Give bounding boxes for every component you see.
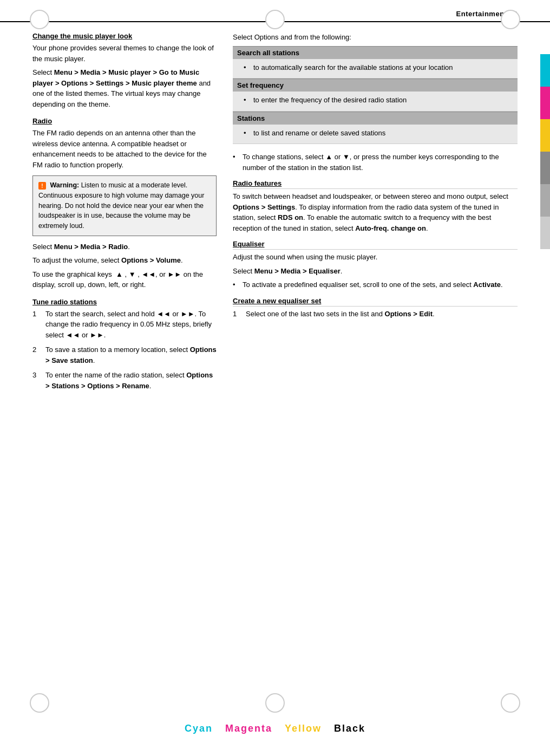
volume-bold: Options > Volume [121,256,181,264]
set-freq-body: • to enter the frequency of the desired … [233,92,518,112]
corner-circle-bc [265,693,285,713]
corner-circle-br [501,693,520,713]
warning-icon [38,182,46,190]
tune-heading: Tune radio stations [32,298,217,306]
equaliser-select: Select Menu > Media > Equaliser. [233,266,518,277]
set-freq-bullet: • to enter the frequency of the desired … [244,95,513,106]
select-menu-radio-bold: Menu > Media > Radio [54,243,128,251]
select-menu-radio: Select Menu > Media > Radio. [32,242,217,252]
change-music-bold: Menu > Media > Music player > Go to Musi… [32,68,199,87]
stations-body: • to list and rename or delete saved sta… [233,125,518,145]
tab-gray2 [540,184,550,217]
create-list: 1 Select one of the last two sets in the… [233,309,518,320]
equaliser-bullet: • To activate a predefined equaliser set… [233,279,518,290]
bottom-color-bar: Cyan Magenta Yellow Black [0,718,550,740]
set-freq-header: Set frequency [233,79,518,92]
tab-cyan [540,54,550,87]
tune-item-2: 2 To save a station to a memory location… [32,344,217,366]
radio-heading: Radio [32,117,217,125]
tab-yellow [540,119,550,152]
left-column: Change the music player look Your phone … [32,32,217,395]
equaliser-p1: Adjust the sound when using the music pl… [233,252,518,263]
main-content: Change the music player look Your phone … [0,22,550,395]
right-column: Select Options and from the following: S… [233,32,518,395]
warning-box: Warning: Listen to music at a moderate l… [32,175,217,236]
tab-gray1 [540,152,550,184]
corner-circle-bl [30,693,49,713]
change-music-p2: Select Menu > Media > Music player > Go … [32,67,217,109]
magenta-label: Magenta [225,723,272,734]
tab-magenta [540,87,550,119]
change-music-heading: Change the music player look [32,32,217,40]
search-all-header: Search all stations [233,46,518,59]
volume-text: To adjust the volume, select Options > V… [32,255,217,266]
tune-item-1: 1 To start the search, select and hold ◄… [32,309,217,341]
graphical-keys-text: To use the graphical keys ▲ , ▼ , ◄◄, or… [32,269,217,290]
radio-p1: The FM radio depends on an antenna other… [32,128,217,170]
yellow-label: Yellow [285,723,322,734]
change-music-p1: Your phone provides several themes to ch… [32,43,217,64]
corner-circle-tr [501,10,520,29]
create-heading: Create a new equaliser set [233,297,518,307]
change-stations-text: • To change stations, select ▲ or ▼, or … [233,152,518,173]
equaliser-select-bold: Menu > Media > Equaliser [254,267,341,275]
warning-label: Warning: [50,181,79,189]
radio-features-heading: Radio features [233,179,518,189]
radio-features-p1: To switch between headset and loudspeake… [233,191,518,233]
equaliser-heading: Equaliser [233,240,518,250]
tab-gray3 [540,217,550,249]
cyan-label: Cyan [185,723,213,734]
right-intro: Select Options and from the following: [233,32,518,43]
color-tabs [540,54,550,249]
create-item-1: 1 Select one of the last two sets in the… [233,309,518,320]
stations-header: Stations [233,112,518,125]
corner-circle-tl [30,10,49,29]
tune-item-3: 3 To enter the name of the radio station… [32,370,217,391]
tune-list: 1 To start the search, select and hold ◄… [32,309,217,392]
corner-circle-tc [265,10,285,29]
search-all-body: • to automatically search for the availa… [233,59,518,79]
black-label: Black [334,723,365,734]
search-all-bullet: • to automatically search for the availa… [244,62,513,73]
stations-bullet: • to list and rename or delete saved sta… [244,128,513,139]
